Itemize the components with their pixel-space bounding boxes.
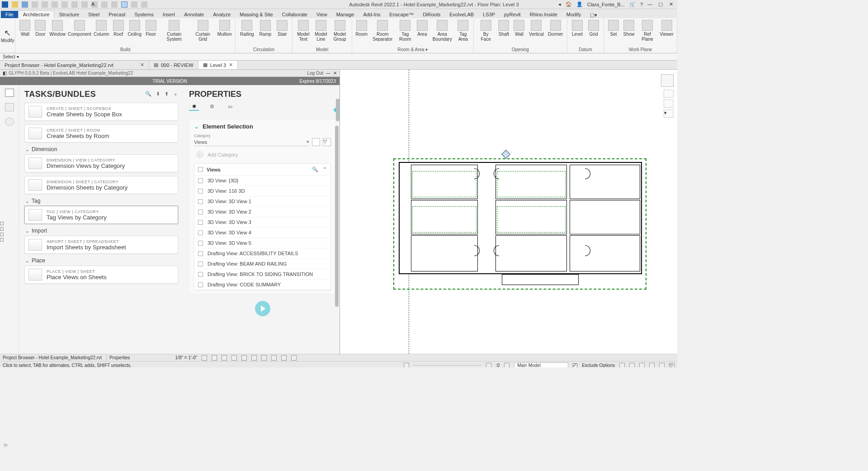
task-card[interactable]: IMPORT | SHEET | SPREADSHEETImport Sheet… [24, 236, 178, 254]
add-icon[interactable]: ＋ [173, 91, 178, 98]
room[interactable] [570, 235, 640, 271]
filter-icon[interactable]: ▽ [669, 363, 675, 368]
save-icon[interactable] [22, 1, 28, 8]
props-tab-selection[interactable]: ✱ [189, 103, 199, 111]
doctab-project-browser[interactable]: Project Browser - Hotel Example_Marketin… [0, 61, 149, 69]
close-icon[interactable]: ✕ [229, 62, 233, 68]
close-button[interactable]: ✕ [669, 1, 675, 8]
ribbon-model-line[interactable]: Model Line [312, 19, 330, 46]
bundles-nav-icon[interactable] [5, 103, 14, 111]
search-icon[interactable]: 🔍 [145, 91, 151, 98]
ribbon-shaft[interactable]: Shaft [496, 19, 511, 46]
task-card[interactable]: CREATE | SHEET | ROOMCreate Sheets by Ro… [24, 124, 178, 143]
cart-icon[interactable]: 🛒 [629, 1, 636, 7]
task-card[interactable]: PLACE | VIEW | SHEETPlace Views on Sheet… [24, 266, 178, 284]
category-dropdown[interactable]: Views ▾ [194, 138, 309, 146]
view-checkbox[interactable] [198, 189, 203, 194]
task-section-header[interactable]: ⌄Import [25, 228, 178, 234]
design-option-select[interactable]: Main Model [514, 362, 568, 368]
undo-icon[interactable] [42, 1, 48, 8]
ribbon-grid[interactable]: Grid [585, 19, 602, 46]
status-project-browser[interactable]: Project Browser - Hotel Example_Marketin… [3, 355, 102, 360]
ribbon-tag-area[interactable]: Tag Area [455, 19, 472, 46]
close-icon[interactable]: ✕ [333, 71, 337, 76]
search-icon[interactable]: 🔍 [312, 167, 318, 172]
crop-icon[interactable] [251, 355, 257, 361]
props-tab-preview[interactable]: ▭ [225, 103, 235, 111]
tab-ls3p[interactable]: LS3P [478, 11, 500, 18]
tab-addins[interactable]: Add-Ins [359, 11, 385, 18]
task-section-header[interactable]: ⌄Tag [25, 198, 178, 204]
stub-icon[interactable] [0, 238, 4, 242]
stub-icon[interactable] [0, 233, 4, 236]
ribbon-room[interactable]: Room [354, 19, 369, 46]
tab-insert[interactable]: Insert [158, 11, 180, 18]
ribbon-room-separator[interactable]: Room Separator [369, 19, 396, 46]
view-row[interactable]: 3D View: 3D View 4 [194, 228, 330, 238]
tab-architecture[interactable]: Architecture [18, 10, 55, 18]
sync-icon[interactable] [32, 1, 38, 8]
ribbon-floor[interactable]: Floor [143, 19, 159, 46]
ribbon-roof[interactable]: Roof [111, 19, 126, 46]
task-card[interactable]: DIMENSION | SHEET | CATEGORYDimension Sh… [24, 176, 178, 194]
panel-scrollbar[interactable] [335, 126, 339, 307]
elevation-marker-icon[interactable] [501, 150, 510, 159]
detail-level-icon[interactable] [202, 355, 207, 361]
worksets-icon[interactable] [404, 363, 409, 368]
stub-icon[interactable] [0, 222, 4, 225]
3d-icon[interactable] [101, 1, 108, 8]
redo-icon[interactable] [52, 1, 58, 8]
nav-back-icon[interactable]: ◂ [558, 1, 561, 7]
user-name[interactable]: Clara_Fonte_B... [587, 2, 625, 7]
view-checkbox[interactable] [198, 282, 203, 287]
select-underlay-icon[interactable] [629, 363, 635, 368]
drawing-canvas[interactable]: ▾ [340, 70, 677, 354]
tab-manage[interactable]: Manage [332, 11, 359, 18]
task-card[interactable]: CREATE | SHEET | SCOPEBOXCreate Sheets b… [24, 103, 178, 121]
view-row[interactable]: 3D View: 3D View 5 [194, 238, 330, 248]
visual-style-icon[interactable] [212, 355, 217, 361]
entry[interactable] [502, 274, 579, 285]
nav-expand-icon[interactable]: ▾ [664, 109, 674, 118]
open-icon[interactable] [12, 1, 18, 8]
ribbon-component[interactable]: Component [67, 19, 92, 46]
constraints-icon[interactable] [291, 355, 297, 361]
view-checkbox[interactable] [198, 220, 203, 225]
view-checkbox[interactable] [198, 251, 203, 256]
select-links-icon[interactable] [619, 363, 625, 368]
view-row[interactable]: Drafting View: CODE SUMMARY [194, 280, 330, 290]
ribbon-column[interactable]: Column [92, 19, 111, 46]
tab-view[interactable]: View [312, 11, 332, 18]
ribbon-mullion[interactable]: Mullion [216, 19, 233, 46]
ribbon-wall[interactable]: Wall [17, 19, 33, 46]
room[interactable] [570, 200, 640, 234]
ribbon-curtain-system[interactable]: Curtain System [159, 19, 190, 46]
room[interactable] [411, 235, 478, 271]
filter-icon[interactable]: ▽ [323, 138, 331, 146]
select-dropdown[interactable]: Select ▾ [0, 53, 677, 61]
ribbon-curtain-grid[interactable]: Curtain Grid [190, 19, 216, 46]
ribbon-model-text[interactable]: Model Text [294, 19, 312, 46]
workset-field[interactable] [414, 365, 481, 366]
ribbon-ramp[interactable]: Ramp [257, 19, 274, 46]
tab-steel[interactable]: Steel [84, 11, 104, 18]
view-row[interactable]: 3D View: 116 3D [194, 186, 330, 196]
tab-precast[interactable]: Precast [104, 11, 130, 18]
ribbon-set[interactable]: Set [606, 19, 621, 46]
tasks-nav-icon[interactable] [5, 89, 14, 97]
info-nav-icon[interactable] [5, 118, 14, 126]
view-row[interactable]: Drafting View: BRICK TO SIDING TRANSITIO… [194, 269, 330, 280]
upload-icon[interactable]: ⬆ [165, 91, 169, 98]
measure-icon[interactable] [71, 1, 78, 8]
ribbon-ref-plane[interactable]: Ref Plane [637, 19, 658, 46]
ribbon-viewer[interactable]: Viewer [658, 19, 675, 46]
view-checkbox[interactable] [198, 199, 203, 204]
run-button[interactable] [255, 301, 270, 316]
hide-icon[interactable] [271, 355, 277, 361]
text-icon[interactable]: A [91, 1, 98, 8]
props-tab-settings[interactable]: ⚙ [207, 103, 217, 111]
view-row[interactable]: 3D View: 3D View 2 [194, 207, 330, 217]
view-checkbox[interactable] [198, 178, 203, 183]
view-row[interactable]: Drafting View: ACCESSIBILITY DETAILS [194, 248, 330, 259]
switch-windows-icon[interactable] [141, 1, 147, 8]
